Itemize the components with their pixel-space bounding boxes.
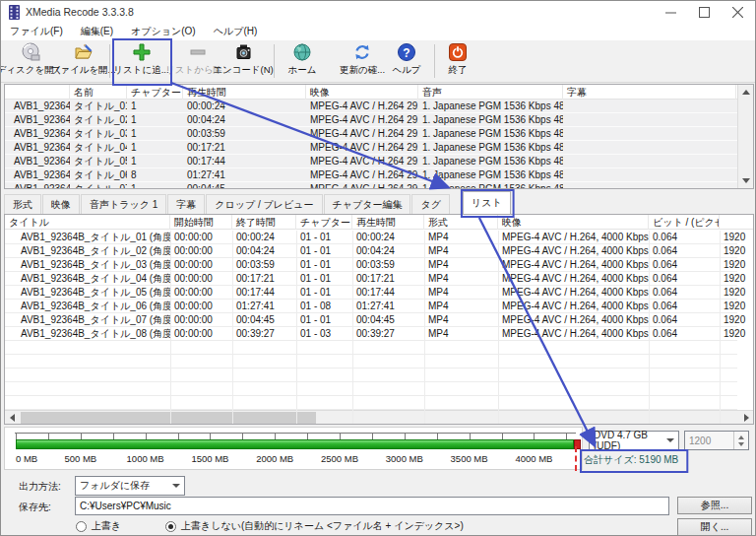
close-button[interactable] [722,1,753,23]
radio-icon[interactable] [76,521,87,532]
table-row[interactable]: AVB1_92364B_タイトル_08 (角度 1)00:00:0000:39:… [5,327,737,341]
check-updates-label: 更新の確... [340,64,385,77]
radio-overwrite[interactable]: 上書き [76,519,121,533]
table-row[interactable]: AVB1_92364B_タイトル_02 (角度 1)00:00:0000:04:… [5,244,737,258]
table-row[interactable]: AVB1_92364B_タイトル_01 (角度 1)00:00:0000:00:… [5,231,737,244]
tab-形式[interactable]: 形式 [4,194,41,214]
column-header[interactable]: 再生時間 [183,85,306,100]
table-row[interactable]: AVB1_92364B_タイトル_05 (角度 1)00:00:0000:17:… [5,286,737,300]
column-header[interactable]: 映像 [306,85,418,100]
table-row[interactable]: AVB1_92364Bタイトル_02 ...100:04:24MPEG-4 AV… [5,113,753,127]
table-cell: 00:04:24 [183,113,306,126]
check-updates-button[interactable]: 更新の確... [336,41,389,81]
encode-button[interactable]: エンコード(N) [216,41,271,81]
table-row[interactable]: AVB1_92364B_タイトル_03 (角度 1)00:00:0000:03:… [5,258,737,272]
table-cell: 01 - 08 [296,300,352,312]
disc-icon [21,41,40,63]
output-method-select[interactable]: フォルダに保存 [75,476,185,496]
column-header[interactable]: 名前 [70,85,127,100]
table-row[interactable]: AVB1_92364B_タイトル_04 (角度 1)00:00:0000:17:… [5,272,737,286]
table-row[interactable]: AVB1_92364Bタイトル_05 ...100:17:44MPEG-4 AV… [5,155,753,168]
table-cell: 1. Japanese PGM 1536 Kbps 48000 ... [418,113,563,126]
table-row[interactable]: AVB1_92364Bタイトル_03 ...100:03:59MPEG-4 AV… [5,127,753,141]
minimize-button[interactable] [655,1,686,23]
tab-クロップ / プレビュー[interactable]: クロップ / プレビュー [206,194,322,214]
tab-タグ[interactable]: タグ [411,194,449,214]
radio-checked-icon[interactable] [165,521,176,532]
open-disc-button[interactable]: ディスクを開く [3,41,57,81]
table-cell: MPEG-4 AVC / H.264, 4000 Kbps, 29... [498,300,649,312]
menu-help[interactable]: ヘルプ(H) [205,23,267,40]
column-header[interactable]: 開始時間 [170,215,232,230]
open-button[interactable]: 開く... [677,518,752,536]
tab-字幕[interactable]: 字幕 [167,194,205,214]
table-cell: 01:27:41 [352,300,424,312]
table-row[interactable]: AVB1_92364Bタイトル_01 ...100:00:24MPEG-4 AV… [5,100,753,113]
menu-edit[interactable]: 編集(E) [72,23,122,40]
minus-icon [188,41,208,63]
tab-音声トラック 1[interactable]: 音声トラック 1 [81,194,166,214]
table-cell: 0.064 [649,244,720,257]
table-cell: MPEG-4 AVC / H.264, 4000 Kbps, 29... [498,286,649,299]
tab-リスト[interactable]: リスト [463,191,511,214]
help-button[interactable]: ?ヘルプ [385,41,428,81]
scrollbar-thumb[interactable] [21,412,316,424]
vertical-scrollbar[interactable] [737,85,753,188]
table-cell: AVB1_92364B [5,127,70,140]
tab-チャプター編集[interactable]: チャプター編集 [324,194,411,214]
column-header[interactable] [5,85,70,100]
table-row[interactable]: AVB1_92364Bタイトル_07 ...100:04:45MPEG-4 AV… [5,182,753,189]
column-header[interactable]: 字幕 [563,85,736,100]
column-header[interactable]: ビット / (ピクセル*... [649,215,720,230]
exit-button[interactable]: 終了 [438,41,477,81]
column-header[interactable]: タイトル [5,215,170,230]
destination-input[interactable] [75,497,669,515]
table-cell: 00:00:00 [170,258,232,271]
media-preset-select[interactable]: DVD 4.7 GB (UDF) [589,431,679,450]
column-header[interactable]: 再生時間 [352,215,424,230]
table-row[interactable]: AVB1_92364B_タイトル_06 (角度 1)00:00:0001:27:… [5,300,737,313]
tab-映像[interactable]: 映像 [42,194,80,214]
table-row[interactable]: AVB1_92364B_タイトル_07 (角度 1)00:00:0000:04:… [5,313,737,327]
bitrate-spinner[interactable]: 1200 [684,431,749,450]
browse-button[interactable]: 参照... [677,497,752,514]
radio-no-overwrite[interactable]: 上書きしない(自動的にリネーム <ファイル名 + インデックス>) [165,519,464,533]
home-button[interactable]: ホーム [281,41,324,81]
list-table-rows: AVB1_92364B_タイトル_01 (角度 1)00:00:0000:00:… [5,231,737,425]
table-cell: MPEG-4 AVC / H.264 29.9... [306,168,418,181]
scroll-left-icon[interactable] [5,411,19,424]
column-header[interactable]: チャプター [127,85,183,100]
column-header[interactable]: 音声 [418,85,563,100]
add-to-list-button[interactable]: リストに追... [115,41,167,81]
column-header[interactable]: チャプター [296,215,352,230]
table-cell: 01 - 01 [296,244,352,257]
column-header[interactable]: 映像 [498,215,649,230]
table-cell: AVB1_92364B [5,155,70,168]
table-cell: タイトル_06 ... [70,168,127,181]
column-header[interactable]: 終了時間 [232,215,296,230]
table-cell: MPEG-4 AVC / H.264, 4000 Kbps, 29... [498,327,649,340]
table-cell: 1920 [720,327,754,340]
table-row[interactable]: AVB1_92364Bタイトル_04 ...100:17:21MPEG-4 AV… [5,141,753,155]
horizontal-scrollbar[interactable] [5,410,753,424]
column-header[interactable]: 形式 [424,215,498,230]
ruler-label: 3500 MB [451,453,488,464]
table-cell: 00:00:00 [170,327,232,340]
scroll-up-icon[interactable] [738,85,754,100]
open-file-button[interactable]: ファイルを開... [58,41,108,81]
radio-overwrite-label: 上書き [92,519,121,533]
grid-line [720,231,721,425]
maximize-button[interactable] [688,1,720,23]
table-cell: AVB1_92364B_タイトル_08 (角度 1) [5,327,170,340]
table-row[interactable]: AVB1_92364Bタイトル_06 ...801:27:41MPEG-4 AV… [5,168,753,182]
menu-file[interactable]: ファイル(F) [1,23,72,40]
output-panel: 出力方法: フォルダに保存 保存先: 参照... 開く... 上書き 上書きしな… [1,472,756,536]
spinner-buttons[interactable] [733,432,744,449]
table-cell: MP4 [424,244,498,257]
xmedia-recode-window: XMedia Recode 3.3.3.8 ファイル(F) 編集(E) オプショ… [0,0,756,536]
scroll-down-icon[interactable] [738,173,754,188]
size-ruler: 0 MB500 MB1000 MB1500 MB2000 MB2500 MB30… [4,427,583,470]
table-cell: AVB1_92364B [5,141,70,154]
scroll-right-icon[interactable] [739,411,753,424]
menu-options[interactable]: オプション(O) [122,23,205,40]
